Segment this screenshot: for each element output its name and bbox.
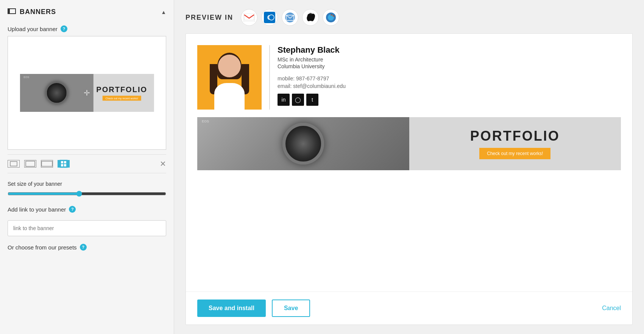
sig-photo-person xyxy=(197,45,262,110)
signature-footer: Save and install Save Cancel xyxy=(186,292,632,325)
sig-name: Stephany Black xyxy=(278,45,621,55)
right-panel: PREVIEW IN O xyxy=(174,0,644,334)
camera-lens xyxy=(45,82,68,104)
portfolio-cta-small: Check out my recent works! xyxy=(102,96,141,101)
banner-image-container: EOS PORTFOLIO Check out my recent works!… xyxy=(20,74,154,112)
slider-label: Set size of your banner xyxy=(8,181,166,187)
linkedin-icon[interactable]: in xyxy=(278,94,290,106)
sig-email: email: stef@columbiauni.edu xyxy=(278,83,621,89)
presets-label: Or choose from our presets ? xyxy=(8,244,166,251)
save-button[interactable]: Save xyxy=(272,300,310,317)
big-camera-lens xyxy=(282,123,324,165)
email-icons: O xyxy=(241,9,339,26)
move-handle[interactable]: ✛ xyxy=(84,88,90,97)
sig-banner-camera: EOS xyxy=(197,117,409,170)
person-figure xyxy=(207,51,252,110)
svg-point-13 xyxy=(269,15,274,20)
left-panel: BANNERS ▲ Upload your banner ? EOS PORTF… xyxy=(0,0,174,334)
size-custom-button[interactable] xyxy=(58,160,70,168)
sig-title: MSc in Architecture xyxy=(278,56,621,63)
svg-point-14 xyxy=(285,13,295,22)
save-install-button[interactable]: Save and install xyxy=(197,300,266,317)
thunderbird-icon[interactable] xyxy=(323,9,339,26)
collapse-arrow[interactable]: ▲ xyxy=(161,9,166,15)
sig-photo xyxy=(197,45,262,110)
svg-rect-3 xyxy=(26,161,35,166)
camera-brand: EOS xyxy=(23,76,29,78)
sig-details: Stephany Black MSc in Architecture Colum… xyxy=(278,45,621,110)
panel-header: BANNERS ▲ xyxy=(8,8,166,16)
preview-label: PREVIEW IN xyxy=(186,14,233,22)
svg-rect-9 xyxy=(64,164,66,166)
link-label: Add link to your banner ? xyxy=(8,206,166,213)
sig-org: Columbia University xyxy=(278,63,621,69)
link-section: Add link to your banner ? xyxy=(8,206,166,236)
size-small-button[interactable] xyxy=(8,160,20,168)
banner-upload-area[interactable]: EOS PORTFOLIO Check out my recent works!… xyxy=(8,36,166,150)
panel-title: BANNERS xyxy=(8,8,56,16)
twitter-icon[interactable]: t xyxy=(306,94,318,106)
sig-divider xyxy=(269,45,270,110)
presets-section: Or choose from our presets ? xyxy=(8,244,166,251)
preview-header: PREVIEW IN O xyxy=(186,9,633,26)
instagram-icon[interactable]: ◯ xyxy=(292,94,304,106)
upload-help-icon[interactable]: ? xyxy=(61,25,67,32)
sig-portfolio-cta: Check out my recent works! xyxy=(479,148,550,159)
size-slider[interactable] xyxy=(8,191,166,197)
signature-content: Stephany Black MSc in Architecture Colum… xyxy=(186,34,632,292)
apple-mail-icon[interactable] xyxy=(282,9,298,26)
delete-banner-button[interactable]: ✕ xyxy=(160,159,166,168)
sig-info-row: Stephany Black MSc in Architecture Colum… xyxy=(197,45,621,110)
outlook-icon[interactable]: O xyxy=(261,9,278,26)
size-large-button[interactable] xyxy=(41,160,53,168)
person-head xyxy=(218,55,241,77)
signature-card: Stephany Black MSc in Architecture Colum… xyxy=(186,33,633,325)
size-medium-button[interactable] xyxy=(24,160,36,168)
slider-section: Set size of your banner xyxy=(8,181,166,198)
camera-background: EOS xyxy=(20,74,94,112)
portfolio-text-area: PORTFOLIO Check out my recent works! xyxy=(96,85,147,101)
apple-icon[interactable] xyxy=(302,9,319,26)
sig-banner-text: PORTFOLIO Check out my recent works! xyxy=(409,121,621,167)
svg-rect-2 xyxy=(10,162,17,166)
camera-brand-large: EOS xyxy=(202,119,209,123)
sig-banner: EOS PORTFOLIO Check out my recent works! xyxy=(197,117,621,170)
svg-rect-1 xyxy=(8,9,10,14)
portfolio-title-small: PORTFOLIO xyxy=(96,85,147,94)
svg-rect-4 xyxy=(42,161,52,166)
person-body xyxy=(214,83,245,110)
size-controls: ✕ xyxy=(8,154,166,173)
svg-rect-6 xyxy=(61,161,63,163)
sig-social-icons: in ◯ t xyxy=(278,94,621,106)
svg-rect-8 xyxy=(61,164,63,166)
sig-portfolio-title: PORTFOLIO xyxy=(417,128,614,144)
presets-help-icon[interactable]: ? xyxy=(80,244,87,251)
gmail-icon[interactable] xyxy=(241,9,257,26)
banner-preview-image: EOS PORTFOLIO Check out my recent works!… xyxy=(20,74,154,112)
svg-rect-7 xyxy=(64,161,66,163)
upload-label: Upload your banner ? xyxy=(8,25,166,32)
cancel-button[interactable]: Cancel xyxy=(602,305,621,312)
banners-icon xyxy=(8,8,16,16)
sig-mobile: mobile: 987-677-8797 xyxy=(278,75,621,82)
panel-title-text: BANNERS xyxy=(20,8,56,16)
link-help-icon[interactable]: ? xyxy=(69,206,76,213)
link-input[interactable] xyxy=(8,220,166,236)
